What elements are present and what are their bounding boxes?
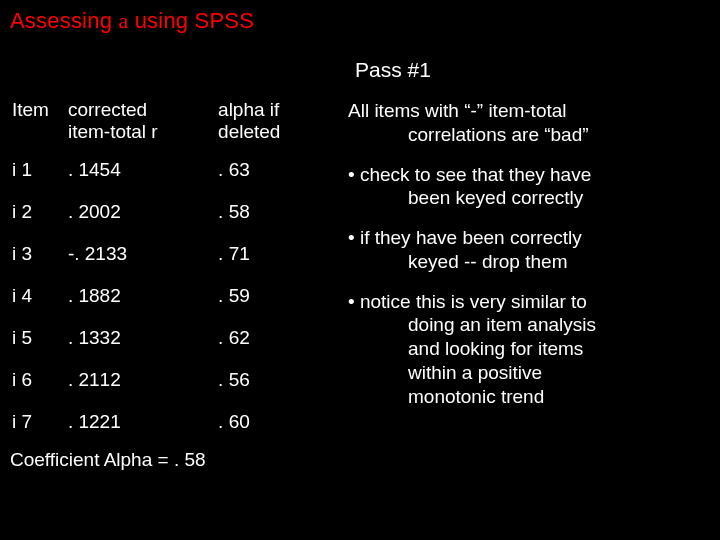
table-row: i 4 . 1882 . 59: [10, 279, 330, 321]
header-item: Item: [10, 99, 66, 153]
header-corrected: corrected item-total r: [66, 99, 216, 153]
pass-label: Pass #1: [355, 58, 710, 82]
note-item-analysis: • notice this is very similar to doing a…: [348, 290, 710, 409]
coefficient-alpha: Coefficient Alpha = . 58: [10, 449, 330, 471]
table-row: i 6 . 2112 . 56: [10, 363, 330, 405]
slide-title: Assessing a using SPSS: [10, 8, 710, 34]
alpha-table: Item corrected item-total r alpha if del…: [10, 99, 330, 447]
title-text-post: using SPSS: [128, 8, 254, 33]
table-row: i 1 . 1454 . 63: [10, 153, 330, 195]
title-text-pre: Assessing: [10, 8, 118, 33]
header-alpha-if-deleted: alpha if deleted: [216, 99, 330, 153]
alpha-symbol: a: [118, 8, 128, 33]
table-row: i 2 . 2002 . 58: [10, 195, 330, 237]
table-row: i 5 . 1332 . 62: [10, 321, 330, 363]
notes-area: All items with “-” item-total correlatio…: [348, 99, 710, 471]
note-bad-items: All items with “-” item-total correlatio…: [348, 99, 710, 147]
note-check-keyed: • check to see that they have been keyed…: [348, 163, 710, 211]
table-row: i 3 -. 2133 . 71: [10, 237, 330, 279]
data-table-area: Item corrected item-total r alpha if del…: [10, 99, 330, 471]
table-row: i 7 . 1221 . 60: [10, 405, 330, 447]
note-drop-them: • if they have been correctly keyed -- d…: [348, 226, 710, 274]
